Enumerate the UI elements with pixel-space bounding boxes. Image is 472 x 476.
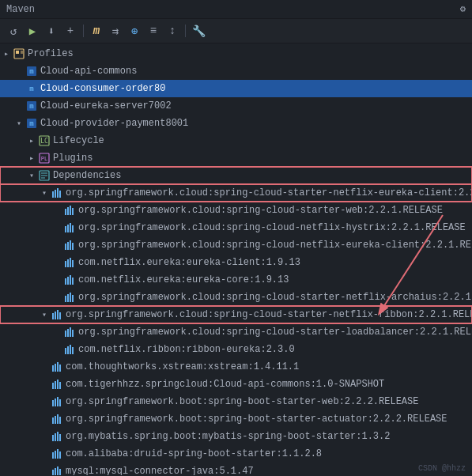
tree-item-label: Cloud-api-commons xyxy=(40,66,137,77)
svg-rect-31 xyxy=(72,225,74,232)
expand-arrow[interactable]: ▾ xyxy=(25,169,38,182)
tree-item-cloud-consumer-order80[interactable]: mCloud-consumer-order80 xyxy=(0,80,472,97)
no-arrow xyxy=(51,256,63,269)
tree-item-dep8[interactable]: com.alibaba:druid-spring-boot-starter:1.… xyxy=(0,445,472,463)
svg-rect-51 xyxy=(59,312,61,319)
toolbar-add[interactable]: + xyxy=(62,22,79,40)
toolbar-generate[interactable]: ⊕ xyxy=(126,22,143,40)
expand-arrow[interactable]: ▸ xyxy=(25,152,38,164)
profiles-icon xyxy=(13,47,25,60)
tree-item-dependencies[interactable]: ▾Dependencies xyxy=(0,167,472,184)
toolbar-run[interactable]: ▶ xyxy=(24,22,41,40)
tree-item-dep9[interactable]: mysql:mysql-connector-java:5.1.47 xyxy=(0,463,472,475)
svg-rect-50 xyxy=(57,310,59,319)
svg-rect-87 xyxy=(59,469,61,475)
tree-item-dep2-2[interactable]: com.netflix.ribbon:ribbon-eureka:2.3.0 xyxy=(0,341,472,358)
tree-item-dep6[interactable]: org.springframework.boot:spring-boot-sta… xyxy=(0,410,472,428)
svg-rect-34 xyxy=(70,240,71,250)
toolbar-skip[interactable]: ⇉ xyxy=(107,22,124,40)
tree-item-dep1-4[interactable]: com.netflix.eureka:eureka-client:1.9.13 xyxy=(0,254,472,271)
dependency-item-icon xyxy=(51,448,63,460)
dependency-item-icon xyxy=(51,308,63,321)
tree-item-cloud-eureka-server7002[interactable]: mCloud-eureka-server7002 xyxy=(0,97,472,115)
tree-item-dep1-2[interactable]: org.springframework.cloud:spring-cloud-n… xyxy=(0,219,472,236)
gear-icon[interactable]: ⚙ xyxy=(460,3,466,15)
dependency-item-icon xyxy=(63,221,76,234)
toolbar-refresh[interactable]: ↺ xyxy=(5,22,22,40)
tree-item-cloud-api-commons[interactable]: mCloud-api-commons xyxy=(0,62,472,80)
tree-item-dep5[interactable]: org.springframework.boot:spring-boot-sta… xyxy=(0,393,472,410)
tree-item-cloud-provider-payment8001[interactable]: ▾mCloud-provider-payment8001 xyxy=(0,115,472,132)
svg-rect-59 xyxy=(72,347,74,354)
tree-item-label: org.springframework.cloud:spring-cloud-n… xyxy=(78,222,466,233)
dependency-item-icon xyxy=(51,430,63,443)
tree-item-dep1-5[interactable]: com.netflix.eureka:eureka-core:1.9.13 xyxy=(0,271,472,289)
svg-rect-38 xyxy=(70,258,71,267)
tree-item-label: Cloud-provider-payment8001 xyxy=(40,118,188,129)
svg-rect-69 xyxy=(55,399,56,406)
svg-rect-65 xyxy=(55,381,56,389)
no-arrow xyxy=(38,465,51,475)
toolbar-download[interactable]: ⬇ xyxy=(43,22,60,40)
no-arrow xyxy=(51,343,63,356)
svg-rect-57 xyxy=(67,346,69,354)
svg-rect-77 xyxy=(55,433,56,441)
toolbar-list[interactable]: ≡ xyxy=(145,22,162,40)
tree-item-profiles[interactable]: ▸Profiles xyxy=(0,45,472,62)
expand-arrow[interactable]: ▾ xyxy=(38,187,51,199)
svg-rect-80 xyxy=(52,452,54,459)
dependency-item-icon xyxy=(51,413,63,425)
tree-item-dep7[interactable]: org.mybatis.spring.boot:mybatis-spring-b… xyxy=(0,428,472,445)
svg-rect-86 xyxy=(57,467,59,475)
svg-rect-28 xyxy=(65,226,66,232)
tree-item-plugins[interactable]: ▸PLPlugins xyxy=(0,149,472,167)
module-icon: m xyxy=(25,82,38,95)
tree-item-lifecycle[interactable]: ▸LCLifecycle xyxy=(0,132,472,149)
no-arrow xyxy=(51,239,63,251)
toolbar-settings[interactable]: 🔧 xyxy=(190,22,207,40)
svg-rect-29 xyxy=(67,225,69,232)
dependency-item-icon xyxy=(63,274,76,286)
module-icon: m xyxy=(25,65,38,77)
tree-item-label: com.alibaba:druid-spring-boot-starter:1.… xyxy=(66,448,322,459)
expand-arrow[interactable]: ▾ xyxy=(38,308,51,321)
svg-rect-27 xyxy=(72,208,74,215)
tree-item-label: org.mybatis.spring.boot:mybatis-spring-b… xyxy=(66,431,390,442)
toolbar-sort[interactable]: ↕ xyxy=(164,22,181,40)
tree-item-dep3[interactable]: com.thoughtworks.xstream:xstream:1.4.11.… xyxy=(0,358,472,376)
title-bar: Maven ⚙ xyxy=(0,0,472,19)
tree-item-dep1[interactable]: ▾org.springframework.cloud:spring-cloud-… xyxy=(0,184,472,202)
svg-rect-49 xyxy=(55,312,56,319)
tree-item-dep2[interactable]: ▾org.springframework.cloud:spring-cloud-… xyxy=(0,306,472,323)
svg-rect-61 xyxy=(55,364,56,372)
svg-rect-53 xyxy=(67,329,69,337)
tree-item-dep1-1[interactable]: org.springframework.cloud:spring-cloud-s… xyxy=(0,202,472,219)
no-arrow xyxy=(38,430,51,443)
svg-rect-84 xyxy=(52,470,54,475)
tree-item-dep1-3[interactable]: org.springframework.cloud:spring-cloud-n… xyxy=(0,236,472,254)
tree-item-label: Plugins xyxy=(53,153,93,164)
svg-rect-85 xyxy=(55,468,56,475)
tree-item-dep1-6[interactable]: org.springframework.cloud:spring-cloud-s… xyxy=(0,289,472,306)
svg-rect-70 xyxy=(57,397,59,406)
expand-arrow[interactable]: ▸ xyxy=(0,47,13,60)
toolbar-run2[interactable]: m xyxy=(88,22,105,40)
svg-rect-74 xyxy=(57,414,59,424)
dependency-item-icon xyxy=(63,239,76,251)
expand-arrow[interactable]: ▾ xyxy=(13,117,25,130)
tree-item-label: com.netflix.eureka:eureka-core:1.9.13 xyxy=(78,274,289,285)
svg-text:LC: LC xyxy=(40,138,48,145)
tree-item-dep2-1[interactable]: org.springframework.cloud:spring-cloud-s… xyxy=(0,323,472,341)
module-icon: m xyxy=(25,117,38,130)
tree-item-label: Dependencies xyxy=(53,170,121,181)
svg-rect-22 xyxy=(57,188,59,198)
svg-rect-44 xyxy=(65,296,66,302)
no-arrow xyxy=(51,326,63,338)
svg-rect-58 xyxy=(70,345,71,354)
svg-rect-33 xyxy=(67,242,69,250)
svg-rect-46 xyxy=(70,293,71,302)
tree-item-label: com.thoughtworks.xstream:xstream:1.4.11.… xyxy=(66,361,299,372)
expand-arrow[interactable]: ▸ xyxy=(25,134,38,147)
tree-item-dep4[interactable]: com.tigerhhzz.springcloud:Cloud-api-comm… xyxy=(0,376,472,393)
tree-item-label: org.springframework.boot:spring-boot-sta… xyxy=(66,414,447,425)
